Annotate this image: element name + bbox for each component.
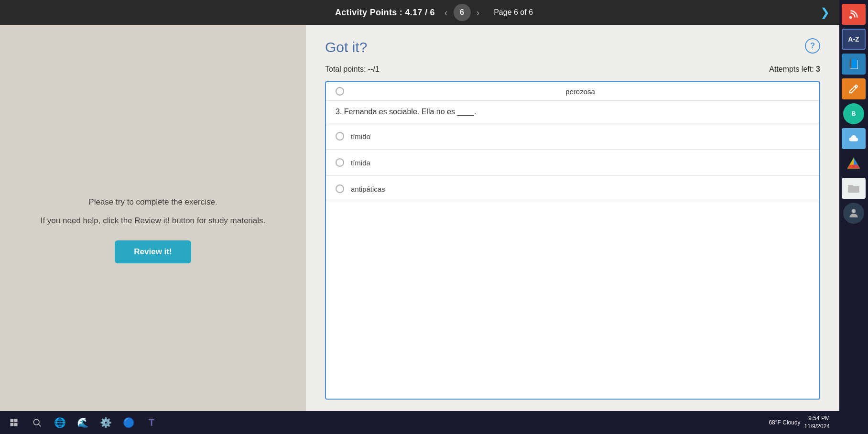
- date: 11/9/2024: [804, 423, 830, 431]
- taskbar-teams[interactable]: T: [141, 413, 162, 432]
- svg-rect-9: [14, 423, 18, 426]
- points-row: Total points: --/1 Attempts left: 3: [325, 65, 820, 74]
- time: 9:54 PM: [804, 414, 830, 423]
- option-antipaticas-text: antipáticas: [351, 185, 385, 193]
- taskbar-settings[interactable]: ⚙️: [96, 413, 116, 432]
- prev-button[interactable]: ‹: [445, 7, 448, 18]
- svg-rect-8: [11, 423, 14, 426]
- radio-timida: [336, 158, 344, 167]
- svg-point-5: [852, 209, 856, 213]
- selected-answer-text: perezosa: [351, 87, 810, 96]
- rss-icon[interactable]: [842, 4, 866, 25]
- right-panel: Got it? ? Total points: --/1 Attempts le…: [306, 25, 839, 434]
- top-bar: Activity Points : 4.17 / 6 ‹ 6 › Page 6 …: [0, 0, 868, 25]
- svg-marker-4: [847, 165, 860, 169]
- option-timida-text: tímida: [351, 159, 370, 167]
- gdrive-icon[interactable]: [842, 153, 866, 174]
- svg-point-0: [849, 16, 852, 19]
- page-circle: 6: [454, 4, 471, 21]
- exercise-scroll[interactable]: perezosa 3. Fernanda es sociable. Ella n…: [326, 82, 819, 399]
- taskbar: 🌐 🌊 ⚙️ 🔵 T 68°F Cloudy 9:54 PM 11/9/2024: [0, 411, 839, 434]
- exercise-box: perezosa 3. Fernanda es sociable. Ella n…: [325, 81, 820, 400]
- radio-antipaticas: [336, 184, 344, 193]
- taskbar-globe[interactable]: 🔵: [119, 413, 139, 432]
- option-timida[interactable]: tímida: [326, 150, 819, 176]
- next-arrow-button[interactable]: ❯: [820, 6, 830, 19]
- help-icon[interactable]: ?: [805, 38, 820, 54]
- right-sidebar: A-Z 📘 B: [839, 0, 868, 434]
- option-antipaticas[interactable]: antipáticas: [326, 176, 819, 202]
- pencil-icon[interactable]: [842, 78, 866, 99]
- question-text: 3. Fernanda es sociable. Ella no es ____…: [326, 101, 819, 123]
- radio-timido: [336, 132, 344, 141]
- clock: 9:54 PM 11/9/2024: [804, 414, 830, 431]
- main-content: Please try to complete the exercise. If …: [0, 25, 839, 434]
- option-timido-text: tímido: [351, 132, 370, 141]
- svg-rect-6: [11, 419, 14, 423]
- svg-point-10: [33, 419, 39, 425]
- instruction-text-1: Please try to complete the exercise.: [88, 195, 217, 208]
- taskbar-chrome[interactable]: 🌐: [50, 413, 70, 432]
- review-it-button[interactable]: Review it!: [115, 240, 191, 263]
- page-info: Page 6 of 6: [494, 8, 533, 17]
- white-folder-icon[interactable]: [842, 178, 866, 199]
- weather-info: 68°F Cloudy: [769, 419, 800, 426]
- total-points: Total points: --/1: [325, 65, 380, 74]
- profile-icon[interactable]: [843, 203, 864, 224]
- radio-selected: [336, 87, 344, 96]
- svg-line-11: [39, 424, 41, 427]
- activity-points: Activity Points : 4.17 / 6: [335, 8, 435, 18]
- cloud-icon[interactable]: [842, 128, 866, 149]
- got-it-title: Got it?: [325, 39, 820, 55]
- taskbar-edge[interactable]: 🌊: [73, 413, 93, 432]
- bonga-icon[interactable]: B: [843, 103, 864, 124]
- instruction-text-2: If you need help, click the Review it! b…: [41, 214, 266, 227]
- book-icon[interactable]: 📘: [842, 54, 866, 75]
- taskbar-search[interactable]: [27, 413, 47, 432]
- taskbar-windows[interactable]: [4, 413, 24, 432]
- svg-rect-7: [14, 419, 18, 423]
- az-icon[interactable]: A-Z: [842, 29, 866, 50]
- next-nav-button[interactable]: ›: [477, 7, 480, 18]
- selected-answer-row: perezosa: [326, 82, 819, 101]
- left-panel: Please try to complete the exercise. If …: [0, 25, 306, 434]
- attempts-left: Attempts left: 3: [769, 65, 820, 74]
- nav-area: ‹ 6 ›: [445, 4, 479, 21]
- system-tray: 68°F Cloudy 9:54 PM 11/9/2024: [769, 414, 835, 431]
- option-timido[interactable]: tímido: [326, 123, 819, 150]
